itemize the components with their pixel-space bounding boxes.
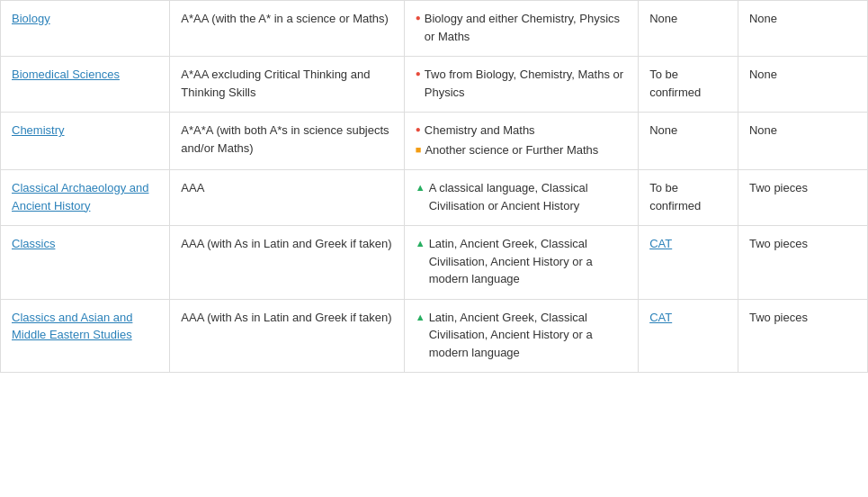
table-row: Classics and Asian and Middle Eastern St… [1,299,868,373]
subject-text: Chemistry and Maths [425,122,535,140]
table-row: Classical Archaeology and Ancient Histor… [1,170,868,226]
subject-item: ■Another science or Further Maths [416,141,627,159]
orange-square-bullet: ■ [416,142,422,158]
portfolio-cell: Two pieces [738,170,867,226]
subject-item: ●Chemistry and Maths [416,122,627,140]
subject-item: ▲Latin, Ancient Greek, Classical Civilis… [416,309,627,362]
subjects-cell: ▲Latin, Ancient Greek, Classical Civilis… [404,299,638,373]
grades-cell: AAA (with As in Latin and Greek if taken… [170,226,404,300]
subject-text: Biology and either Chemistry, Physics or… [425,10,627,45]
grades-cell: A*A*A (with both A*s in science subjects… [170,113,404,170]
course-link[interactable]: Classics and Asian and Middle Eastern St… [12,311,132,342]
written-cell: None [639,1,738,57]
red-circle-bullet: ● [416,122,421,136]
course-link[interactable]: Chemistry [12,123,65,137]
table-row: Biomedical SciencesA*AA excluding Critic… [1,57,868,113]
written-cell: To be confirmed [639,57,738,113]
written-cell: None [639,113,738,170]
subjects-cell: ●Two from Biology, Chemistry, Maths or P… [404,57,638,113]
portfolio-cell: None [738,57,867,113]
portfolio-cell: Two pieces [738,226,867,300]
red-circle-bullet: ● [416,11,421,24]
subject-text: Latin, Ancient Greek, Classical Civilisa… [429,309,628,362]
written-cell: To be confirmed [639,170,738,226]
course-name-cell: Classical Archaeology and Ancient Histor… [1,170,170,226]
subject-text: A classical language, Classical Civilisa… [429,179,628,214]
subjects-cell: ▲Latin, Ancient Greek, Classical Civilis… [404,226,638,300]
red-circle-bullet: ● [416,67,421,80]
subjects-cell: ●Biology and either Chemistry, Physics o… [404,1,638,57]
portfolio-cell: None [738,1,867,57]
course-name-cell: Classics [1,226,170,300]
cat-link[interactable]: CAT [649,237,672,250]
table-row: BiologyA*AA (with the A* in a science or… [1,1,868,57]
grades-cell: A*AA (with the A* in a science or Maths) [170,1,404,57]
subject-item: ●Two from Biology, Chemistry, Maths or P… [416,66,627,101]
course-name-cell: Classics and Asian and Middle Eastern St… [1,299,170,373]
portfolio-cell: None [738,113,867,170]
grades-cell: AAA [170,170,404,226]
course-name-cell: Chemistry [1,113,170,170]
subject-text: Latin, Ancient Greek, Classical Civilisa… [429,235,628,288]
course-link[interactable]: Biomedical Sciences [12,68,120,81]
table-row: ChemistryA*A*A (with both A*s in science… [1,113,868,170]
subject-text: Two from Biology, Chemistry, Maths or Ph… [425,66,627,101]
course-link[interactable]: Biology [12,12,50,25]
course-name-cell: Biomedical Sciences [1,57,170,113]
written-cell: CAT [639,226,738,300]
course-name-cell: Biology [1,1,170,57]
subject-text: Another science or Further Maths [425,141,598,159]
course-link[interactable]: Classical Archaeology and Ancient Histor… [12,181,148,212]
subjects-cell: ▲A classical language, Classical Civilis… [404,170,638,226]
green-triangle-bullet: ▲ [416,236,425,251]
subject-item: ▲Latin, Ancient Greek, Classical Civilis… [416,235,627,288]
grades-cell: AAA (with As in Latin and Greek if taken… [170,299,404,373]
course-link[interactable]: Classics [12,237,55,250]
subject-item: ▲A classical language, Classical Civilis… [416,179,627,214]
green-triangle-bullet: ▲ [416,180,425,195]
cat-link[interactable]: CAT [649,311,672,324]
grades-cell: A*AA excluding Critical Thinking and Thi… [170,57,404,113]
portfolio-cell: Two pieces [738,299,867,373]
subjects-cell: ●Chemistry and Maths■Another science or … [404,113,638,170]
subject-item: ●Biology and either Chemistry, Physics o… [416,10,627,45]
green-triangle-bullet: ▲ [416,310,425,325]
table-row: ClassicsAAA (with As in Latin and Greek … [1,226,868,300]
written-cell: CAT [639,299,738,373]
